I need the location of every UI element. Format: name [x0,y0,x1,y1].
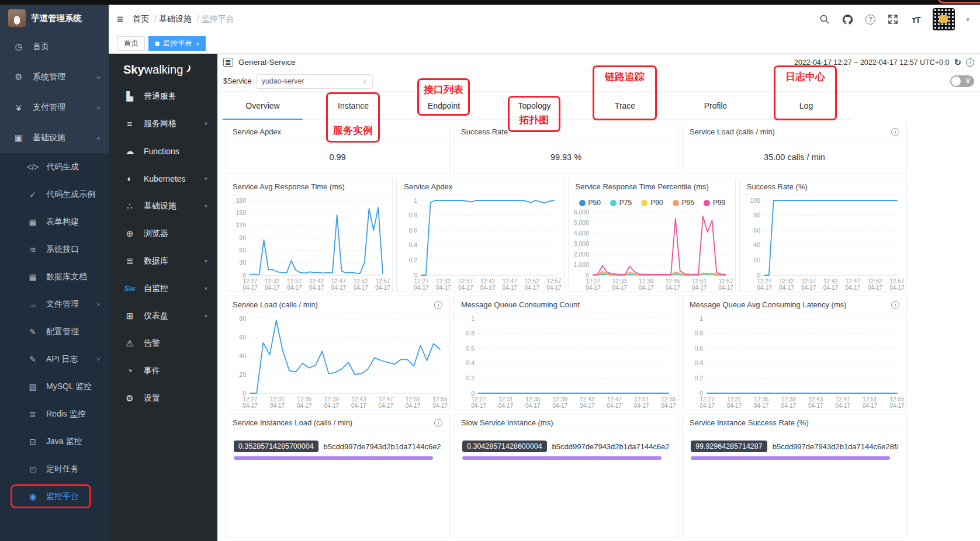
help-icon[interactable]: ? [864,13,876,25]
dashboard-tab[interactable]: Overview [217,92,308,119]
svg-text:40: 40 [753,241,760,248]
events-clock-icon: ◔ [123,366,136,376]
line-chart-service-load[interactable]: 02040608012:2704-1712:3104-1712:3504-171… [226,313,449,410]
instance-row[interactable]: 0.30428571428600004 b5cdd997de7943d2b1da… [462,441,670,452]
skywalking-menu-item[interactable]: ◔ 事件 [109,357,217,384]
skywalking-item-label: 浏览器 [144,228,208,239]
skywalking-menu-item[interactable]: ≣ 数据库 ∨ [109,247,217,275]
legend-item[interactable]: P90 [641,199,663,207]
line-chart-apdex[interactable]: 00.20.40.60.8112:2704-1712:3204-1712:370… [397,195,563,292]
info-icon[interactable]: i [434,419,442,427]
admin-submenu-item[interactable]: ✓ 代码生成示例 [0,181,109,208]
skywalking-menu: ▙ 普通服务 ≡ 服务网格 ∨ ☁ Functions [109,82,217,412]
caret-down-icon[interactable]: ▾ [966,16,969,23]
tag-item[interactable]: 监控平台 × [148,36,206,51]
admin-submenu-item[interactable]: ◴ 定时任务 [0,455,109,483]
line-chart-mq-count[interactable]: 00.20.40.60.8112:2704-1712:3104-1712:350… [454,313,678,410]
skywalking-menu-item[interactable]: ☁ Functions [109,137,217,165]
svg-text:12:57: 12:57 [547,278,562,285]
skywalking-menu-item[interactable]: ◐ Kubernetes ∨ [109,165,217,192]
info-icon[interactable]: i [434,301,442,309]
font-size-icon[interactable]: тT [910,13,922,25]
legend-item[interactable]: P95 [673,199,694,207]
admin-submenu-item[interactable]: ▦ 数据库文档 [0,263,109,290]
skywalking-logo[interactable]: Skywalking [109,54,217,82]
breadcrumb-item[interactable]: / 监控平台 [197,14,234,25]
skywalking-menu-item[interactable]: ⚙ 设置 [109,384,217,412]
skywalking-menu-item[interactable]: ⊕ 浏览器 [109,220,217,247]
legend-dot-icon [610,200,617,206]
skywalking-menu-item[interactable]: ⊞ 仪表盘 ∨ [109,302,217,330]
breadcrumb-item[interactable]: 首页 [133,14,149,25]
admin-submenu-item[interactable]: ≋ 系统接口 [0,235,109,263]
admin-submenu-item[interactable]: ▨ MySQL 监控 [0,373,109,400]
svg-text:04-17: 04-17 [607,403,622,409]
info-icon[interactable]: i [891,301,899,309]
chart-legend: P50 P75 P90 P95 P99 [569,195,735,207]
legend-item[interactable]: P99 [704,199,725,207]
search-icon[interactable] [819,13,830,25]
service-select[interactable]: yudao-server ∨ [256,74,373,89]
legend-dot-icon [704,200,710,206]
info-icon[interactable]: i [966,58,974,67]
legend-item[interactable]: P75 [610,199,632,207]
chart-card-response-time-percentile: Service Response Time Percentile (ms) P5… [568,178,736,292]
admin-menu-item[interactable]: ▣ 基础设施 ∧ [0,123,109,153]
refresh-icon[interactable]: ↻ [954,57,961,68]
dashboard-tab[interactable]: Trace [580,92,670,119]
line-chart-success-rate[interactable]: 02040608010012:2704-1712:3204-1712:3704-… [740,195,906,292]
line-chart-percentile[interactable]: 01,0002,0003,0004,0005,0006,00012:2704-1… [569,207,735,292]
auto-refresh-toggle[interactable]: V [950,75,974,87]
admin-menu-item[interactable]: ¥ 支付管理 ∨ [0,92,109,123]
admin-menu: ◷ 首页 ⚙ 系统管理 ∨ ¥ 支付管理 ∨ [0,32,109,153]
admin-submenu-item[interactable]: </> 代码生成 [0,153,109,181]
admin-submenu-item[interactable]: ☁ 文件管理 ∨ [0,290,109,318]
admin-submenu-item[interactable]: ✎ API 日志 ∨ [0,345,109,373]
time-range-text[interactable]: 2022-04-17 12:27 ~ 2022-04-17 12:57 UTC+… [794,58,949,67]
legend-item[interactable]: P50 [579,199,601,207]
admin-menu-item[interactable]: ◷ 首页 [0,32,109,62]
skywalking-menu-item[interactable]: ▙ 普通服务 [109,82,217,110]
tag-item[interactable]: 首页 × [117,36,145,51]
layer-list-icon[interactable]: ≣ [223,58,233,67]
svg-text:20: 20 [753,256,760,263]
legend-label: P90 [650,199,663,207]
line-chart-avg-response-time[interactable]: 030609012015018012:2704-1712:3204-1712:3… [226,195,392,292]
line-chart-mq-latency[interactable]: 00.20.40.60.8112:2704-1712:3104-1712:350… [683,313,906,410]
bar-chart-icon: ▙ [123,91,136,102]
stat-card: Success Ratei 99.93 % [453,123,678,174]
svg-text:04-17: 04-17 [265,285,280,291]
github-icon[interactable] [842,13,853,25]
admin-submenu-item[interactable]: ◉ 监控平台 [0,483,109,510]
admin-sidebar: 芋道管理系统 ◷ 首页 ⚙ 系统管理 ∨ [0,5,109,541]
admin-submenu-item[interactable]: ⊟ Java 监控 [0,428,109,455]
svg-text:1: 1 [699,315,703,322]
user-avatar[interactable] [933,8,955,30]
admin-submenu-item[interactable]: ▦ 表单构建 [0,208,109,235]
dashboard-tab[interactable]: Instance [308,92,399,119]
dashboard-tab[interactable]: Profile [670,92,761,119]
skywalking-menu-item[interactable]: ≡ 服务网格 ∨ [109,110,217,137]
svg-text:0.8: 0.8 [409,211,418,219]
dashboard-tab[interactable]: Endpoint [399,92,489,119]
info-icon[interactable]: i [891,128,899,136]
svg-text:12:39: 12:39 [639,278,653,285]
fullscreen-icon[interactable] [887,13,899,25]
svg-text:04-17: 04-17 [406,403,421,409]
svg-text:04-17: 04-17 [458,285,473,291]
breadcrumb-item[interactable]: / 基础设施 [154,14,192,25]
svg-text:04-17: 04-17 [331,285,347,291]
tag-close-icon[interactable]: × [196,40,199,47]
skywalking-menu-item[interactable]: Sw 自监控 ∨ [109,275,217,302]
skywalking-menu-item[interactable]: ∴ 基础设施 ∨ [109,192,217,220]
dashboard-tab[interactable]: Topology [489,92,580,119]
admin-submenu-item[interactable]: ✎ 配置管理 [0,318,109,345]
admin-submenu-item[interactable]: ≣ Redis 监控 [0,400,109,428]
dashboard-tab[interactable]: Log [761,92,851,119]
skywalking-menu-item[interactable]: ⚠ 告警 [109,330,217,357]
hamburger-icon[interactable]: ≡ [117,13,123,26]
instance-row[interactable]: 0.35285714285700004 b5cdd997de7943d2b1da… [234,441,441,452]
app-logo[interactable]: 芋道管理系统 [0,5,109,32]
admin-menu-item[interactable]: ⚙ 系统管理 ∨ [0,62,109,92]
instance-row[interactable]: 99.92964285714287 b5cdd997de7943d2b1da71… [691,441,898,452]
